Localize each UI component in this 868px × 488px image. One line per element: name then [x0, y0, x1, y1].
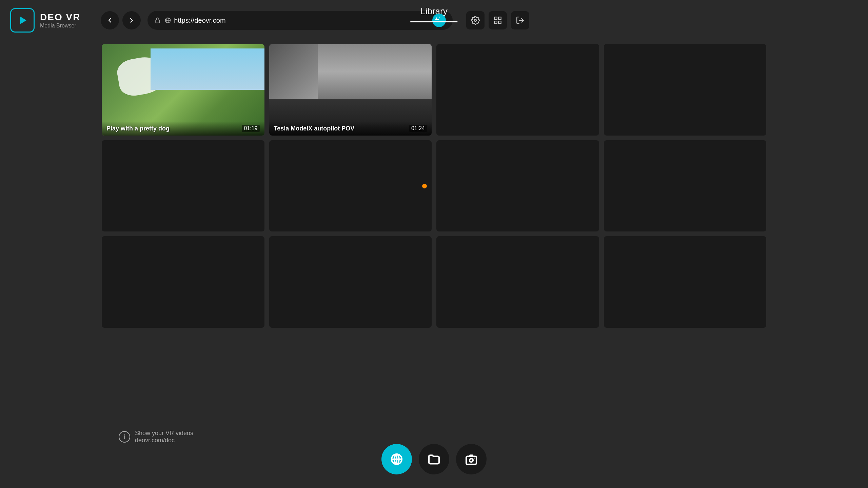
app-name: DEO VR: [40, 12, 80, 23]
library-tab[interactable]: Library: [410, 0, 457, 22]
svg-rect-1: [156, 20, 160, 23]
svg-rect-15: [466, 456, 476, 464]
video-grid: Play with a pretty dog 01:19 Tesla Model…: [102, 44, 766, 328]
logo-text: DEO VR Media Browser: [40, 12, 80, 29]
svg-rect-7: [499, 17, 501, 20]
video-card-10[interactable]: [269, 236, 432, 328]
url-bar: [147, 11, 453, 30]
exit-button[interactable]: [511, 11, 529, 29]
folder-button[interactable]: [419, 444, 449, 474]
video-card-7[interactable]: [436, 140, 599, 232]
video-card-9[interactable]: [102, 236, 264, 328]
url-input[interactable]: [174, 17, 432, 24]
video-card-1[interactable]: Play with a pretty dog 01:19: [102, 44, 264, 136]
video-info-1: Play with a pretty dog 01:19: [102, 121, 264, 136]
video-card-8[interactable]: [604, 140, 767, 232]
svg-point-17: [474, 458, 475, 459]
secure-icon: [154, 17, 161, 24]
layout-button[interactable]: [489, 11, 507, 29]
svg-rect-9: [499, 21, 501, 24]
svg-rect-8: [495, 21, 497, 24]
app-subtitle: Media Browser: [40, 23, 80, 29]
video-card-12[interactable]: [604, 236, 767, 328]
video-duration-2: 01:24: [409, 125, 427, 132]
top-bar: DEO VR Media Browser: [0, 0, 868, 41]
info-text-line1: Show your VR videos: [135, 430, 193, 437]
settings-button[interactable]: [466, 11, 485, 29]
info-icon: i: [119, 431, 130, 443]
forward-button[interactable]: [122, 11, 141, 29]
video-card-2[interactable]: Tesla ModelX autopilot POV 01:24: [269, 44, 432, 136]
toolbar-buttons: [466, 11, 529, 29]
video-card-5[interactable]: [102, 140, 264, 232]
svg-marker-0: [20, 16, 26, 24]
video-card-6[interactable]: [269, 140, 432, 232]
logo-icon: [10, 8, 35, 33]
video-duration-1: 01:19: [242, 125, 259, 132]
video-title-2: Tesla ModelX autopilot POV: [274, 125, 355, 132]
bottom-actions: [381, 444, 487, 474]
info-bar: i Show your VR videos deovr.com/doc: [119, 430, 193, 444]
svg-rect-6: [495, 17, 497, 20]
svg-point-5: [474, 19, 477, 22]
video-card-3[interactable]: [436, 44, 599, 136]
info-text: Show your VR videos deovr.com/doc: [135, 430, 193, 444]
video-info-2: Tesla ModelX autopilot POV 01:24: [269, 121, 432, 136]
info-text-line2: deovr.com/doc: [135, 437, 193, 444]
video-title-1: Play with a pretty dog: [106, 125, 170, 132]
svg-point-16: [470, 459, 473, 462]
browse-button[interactable]: [381, 444, 412, 474]
video-card-11[interactable]: [436, 236, 599, 328]
loading-dot: [422, 184, 427, 188]
globe-icon: [164, 17, 171, 24]
capture-button[interactable]: [456, 444, 487, 474]
logo-area: DEO VR Media Browser: [10, 8, 80, 33]
video-card-4[interactable]: [604, 44, 767, 136]
back-button[interactable]: [101, 11, 119, 29]
nav-buttons: [101, 11, 141, 29]
content-area: Play with a pretty dog 01:19 Tesla Model…: [0, 41, 868, 331]
